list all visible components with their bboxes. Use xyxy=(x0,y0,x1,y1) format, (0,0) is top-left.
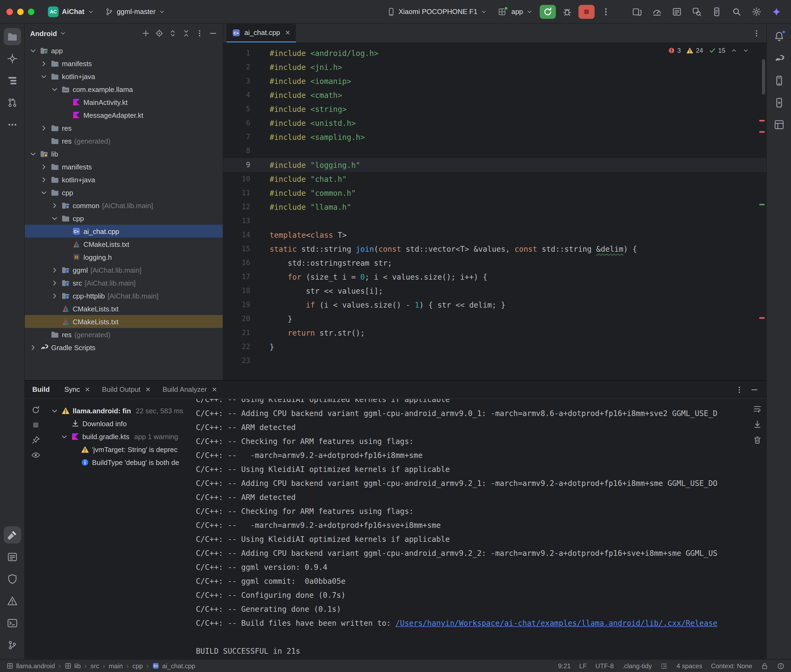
tree-item[interactable]: cpp-httplib[AiChat.lib.main] xyxy=(25,290,223,302)
code-line[interactable]: 5#include <string> xyxy=(223,102,766,116)
code-line[interactable]: 9#include "logging.h" xyxy=(223,158,766,172)
chevron-down-icon[interactable] xyxy=(51,406,59,414)
code-line[interactable]: 17 for (size_t i = 0; i < values.size();… xyxy=(223,270,766,284)
terminal-button[interactable] xyxy=(3,614,21,632)
preview-icon[interactable] xyxy=(31,450,40,459)
tree-item[interactable]: Hlogging.h xyxy=(25,251,223,264)
layout-inspector-button[interactable] xyxy=(770,116,788,133)
tree-item[interactable]: res(generated) xyxy=(25,134,223,147)
code-line[interactable]: 16 std::ostringstream str; xyxy=(223,256,766,270)
tree-item[interactable]: llama.android: fin22 sec, 583 ms xyxy=(46,404,192,417)
search-everywhere-button[interactable] xyxy=(728,5,745,19)
close-tab-icon[interactable]: ✕ xyxy=(212,386,217,393)
tree-item[interactable]: res xyxy=(25,122,223,134)
hide-build-window-icon[interactable] xyxy=(750,385,759,394)
tree-item[interactable]: ggml[AiChat.lib.main] xyxy=(25,264,223,277)
chevron-right-icon[interactable] xyxy=(40,163,48,171)
minimize-window-button[interactable] xyxy=(17,8,24,15)
tree-item[interactable]: lib xyxy=(25,147,223,160)
code-line[interactable]: 18 str << values[i]; xyxy=(223,284,766,298)
gradle-button[interactable] xyxy=(770,50,788,67)
write-access-widget[interactable] xyxy=(761,662,769,670)
logcat-button[interactable] xyxy=(669,5,685,19)
build-tab-build-analyzer[interactable]: Build Analyzer✕ xyxy=(158,384,222,396)
pin-icon[interactable] xyxy=(31,435,40,445)
code-line[interactable]: 10#include "chat.h" xyxy=(223,172,766,186)
more-tools-button[interactable] xyxy=(3,116,21,133)
tree-item[interactable]: CMakeLists.txt xyxy=(25,302,223,315)
tree-item[interactable]: C+ai_chat.cpp xyxy=(25,225,223,238)
commit-button[interactable] xyxy=(3,50,21,67)
zoom-window-button[interactable] xyxy=(28,8,34,15)
inspection-status-widget[interactable] xyxy=(777,662,785,670)
tree-item[interactable]: 'jvmTarget: String' is deprec xyxy=(46,443,192,456)
tree-item[interactable]: manifests xyxy=(25,57,223,70)
next-problem-icon[interactable] xyxy=(743,47,749,54)
build-button[interactable] xyxy=(3,526,21,544)
tree-item[interactable]: common[AiChat.lib.main] xyxy=(25,199,223,212)
tree-item[interactable]: MainActivity.kt xyxy=(25,96,223,109)
pull-requests-button[interactable] xyxy=(3,94,21,111)
code-line[interactable]: 22} xyxy=(223,340,766,354)
breadcrumb-item[interactable]: src xyxy=(90,662,99,670)
rerun-button[interactable] xyxy=(540,5,556,19)
code-line[interactable]: 3#include <iomanip> xyxy=(223,74,766,88)
version-control-button[interactable] xyxy=(3,637,21,654)
build-console[interactable]: C/C++: -- Using KleidiAI optimized kerne… xyxy=(192,399,766,659)
tree-item[interactable]: manifests xyxy=(25,160,223,173)
error-stripe-mark[interactable] xyxy=(759,204,765,205)
soft-wrap-icon[interactable] xyxy=(753,404,762,413)
gemini-button[interactable] xyxy=(769,5,785,19)
editor-scrollbar[interactable] xyxy=(762,59,765,94)
chevron-down-icon[interactable] xyxy=(29,46,37,54)
chevron-down-icon[interactable] xyxy=(40,72,48,80)
tree-item[interactable]: BuildType 'debug' is both de xyxy=(46,456,192,469)
chevron-right-icon[interactable] xyxy=(40,176,48,184)
line-separator-widget[interactable]: LF xyxy=(579,662,587,670)
tree-item[interactable]: cpp xyxy=(25,186,223,199)
error-stripe-mark[interactable] xyxy=(759,120,765,122)
code-line[interactable]: 7#include <sampling.h> xyxy=(223,130,766,144)
breadcrumb-item[interactable]: llama.android xyxy=(6,662,55,670)
chevron-right-icon[interactable] xyxy=(51,292,59,300)
problems-button[interactable] xyxy=(3,592,21,610)
code-editor[interactable]: 1#include <android/log.h>2#include <jni.… xyxy=(223,43,766,380)
add-icon[interactable] xyxy=(141,29,150,38)
expand-all-icon[interactable] xyxy=(168,29,177,38)
tree-item[interactable]: src[AiChat.lib.main] xyxy=(25,277,223,290)
stop-button[interactable] xyxy=(578,5,595,19)
code-line[interactable]: 15static std::string join(const std::vec… xyxy=(223,242,766,256)
debug-button[interactable] xyxy=(559,5,575,19)
chevron-down-icon[interactable] xyxy=(51,85,59,93)
chevron-down-icon[interactable] xyxy=(60,432,68,440)
tree-item[interactable]: Gradle Scripts xyxy=(25,341,223,354)
chevron-right-icon[interactable] xyxy=(51,279,59,287)
tree-item[interactable]: CMakeLists.txt xyxy=(25,315,223,328)
caret-position-widget[interactable]: 9:21 xyxy=(558,662,571,670)
error-stripe-mark[interactable] xyxy=(759,131,765,133)
run-configuration-selector[interactable]: app xyxy=(494,5,536,18)
tree-item[interactable]: com.example.llama xyxy=(25,83,223,96)
tree-item[interactable]: app xyxy=(25,44,223,57)
editor-tab-ai-chat-cpp[interactable]: C+ ai_chat.cpp ✕ xyxy=(226,24,296,43)
collapse-all-icon[interactable] xyxy=(182,29,191,38)
editor-tab-options-icon[interactable] xyxy=(752,29,761,37)
build-options-icon[interactable] xyxy=(735,385,744,394)
indent-size-widget[interactable]: 4 spaces xyxy=(677,662,703,670)
clear-all-icon[interactable] xyxy=(753,435,762,445)
profiler-button[interactable] xyxy=(649,5,665,19)
tree-item[interactable]: CMakeLists.txt xyxy=(25,238,223,251)
clang-tidy-widget[interactable]: .clang-tidy xyxy=(622,662,651,670)
code-line[interactable]: 11#include "common.h" xyxy=(223,186,766,200)
code-line[interactable]: 14template<class T> xyxy=(223,228,766,242)
code-line[interactable]: 4#include <cmath> xyxy=(223,88,766,102)
encoding-widget[interactable]: UTF-8 xyxy=(595,662,614,670)
inspections-widget[interactable]: 3 24 15 xyxy=(663,45,753,56)
code-line[interactable]: 20 } xyxy=(223,312,766,326)
running-devices-button[interactable] xyxy=(770,94,788,111)
context-widget[interactable]: Context: None xyxy=(711,662,752,670)
close-tab-icon[interactable]: ✕ xyxy=(85,386,90,393)
hide-panel-icon[interactable] xyxy=(209,29,217,38)
chevron-down-icon[interactable] xyxy=(51,214,59,222)
chevron-right-icon[interactable] xyxy=(51,202,59,210)
